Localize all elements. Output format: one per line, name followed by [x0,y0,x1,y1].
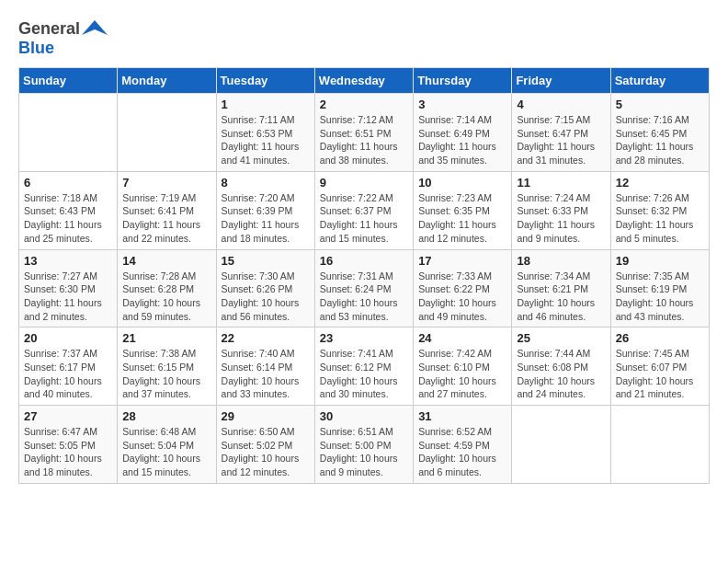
calendar-day-cell [19,94,118,172]
calendar-week-row: 20Sunrise: 7:37 AM Sunset: 6:17 PM Dayli… [19,327,710,406]
day-number: 26 [616,331,704,345]
day-info: Sunrise: 7:40 AM Sunset: 6:14 PM Dayligh… [222,347,310,401]
day-info: Sunrise: 7:22 AM Sunset: 6:37 PM Dayligh… [320,191,408,246]
day-info: Sunrise: 7:26 AM Sunset: 6:32 PM Dayligh… [616,191,704,246]
calendar-day-cell: 11Sunrise: 7:24 AM Sunset: 6:33 PM Dayli… [512,171,610,249]
page-header: General Blue [18,18,710,58]
day-number: 14 [122,254,210,268]
day-info: Sunrise: 6:47 AM Sunset: 5:05 PM Dayligh… [24,425,112,479]
day-info: Sunrise: 6:52 AM Sunset: 4:59 PM Dayligh… [418,425,506,479]
logo: General Blue [18,18,108,58]
day-info: Sunrise: 7:30 AM Sunset: 6:26 PM Dayligh… [222,270,310,324]
day-number: 17 [418,254,506,268]
day-info: Sunrise: 7:27 AM Sunset: 6:30 PM Dayligh… [24,270,112,324]
day-of-week-header: Sunday [19,68,118,94]
day-info: Sunrise: 6:50 AM Sunset: 5:02 PM Dayligh… [222,425,310,479]
calendar-day-cell: 7Sunrise: 7:19 AM Sunset: 6:41 PM Daylig… [118,171,216,249]
day-number: 20 [24,331,112,345]
day-number: 2 [320,98,408,111]
day-of-week-header: Monday [118,68,216,94]
day-info: Sunrise: 7:37 AM Sunset: 6:17 PM Dayligh… [24,347,112,401]
calendar-week-row: 1Sunrise: 7:11 AM Sunset: 6:53 PM Daylig… [19,94,710,172]
calendar-day-cell [118,94,216,172]
day-info: Sunrise: 7:19 AM Sunset: 6:41 PM Dayligh… [122,191,210,246]
day-of-week-header: Thursday [414,68,512,94]
day-info: Sunrise: 6:51 AM Sunset: 5:00 PM Dayligh… [320,425,408,479]
day-info: Sunrise: 7:44 AM Sunset: 6:08 PM Dayligh… [517,347,605,401]
day-number: 21 [122,331,210,345]
day-info: Sunrise: 7:41 AM Sunset: 6:12 PM Dayligh… [320,347,408,401]
day-number: 16 [320,254,408,268]
day-info: Sunrise: 7:28 AM Sunset: 6:28 PM Dayligh… [122,270,210,324]
calendar-day-cell: 15Sunrise: 7:30 AM Sunset: 6:26 PM Dayli… [216,249,314,327]
day-number: 9 [320,176,408,190]
calendar-day-cell: 21Sunrise: 7:38 AM Sunset: 6:15 PM Dayli… [118,327,216,406]
day-of-week-header: Wednesday [314,68,413,94]
day-number: 28 [122,409,210,423]
calendar-day-cell: 9Sunrise: 7:22 AM Sunset: 6:37 PM Daylig… [314,171,413,249]
calendar-day-cell: 8Sunrise: 7:20 AM Sunset: 6:39 PM Daylig… [216,171,314,249]
calendar-day-cell: 12Sunrise: 7:26 AM Sunset: 6:32 PM Dayli… [610,171,709,249]
calendar-day-cell: 25Sunrise: 7:44 AM Sunset: 6:08 PM Dayli… [512,327,610,406]
calendar-day-cell: 24Sunrise: 7:42 AM Sunset: 6:10 PM Dayli… [414,327,512,406]
calendar-day-cell: 6Sunrise: 7:18 AM Sunset: 6:43 PM Daylig… [19,171,118,249]
day-number: 27 [24,409,112,423]
day-info: Sunrise: 7:20 AM Sunset: 6:39 PM Dayligh… [222,191,310,246]
calendar-header-row: SundayMondayTuesdayWednesdayThursdayFrid… [19,68,710,94]
calendar-week-row: 13Sunrise: 7:27 AM Sunset: 6:30 PM Dayli… [19,249,710,327]
calendar-day-cell: 4Sunrise: 7:15 AM Sunset: 6:47 PM Daylig… [512,94,610,172]
day-info: Sunrise: 7:38 AM Sunset: 6:15 PM Dayligh… [122,347,210,401]
calendar-day-cell [512,406,610,484]
day-number: 3 [418,98,506,111]
day-number: 11 [517,176,605,190]
calendar-table: SundayMondayTuesdayWednesdayThursdayFrid… [18,67,710,484]
calendar-day-cell: 26Sunrise: 7:45 AM Sunset: 6:07 PM Dayli… [610,327,709,406]
day-number: 10 [418,176,506,190]
calendar-day-cell: 5Sunrise: 7:16 AM Sunset: 6:45 PM Daylig… [610,94,709,172]
day-info: Sunrise: 7:35 AM Sunset: 6:19 PM Dayligh… [616,270,704,324]
svg-marker-0 [82,20,108,35]
day-of-week-header: Tuesday [216,68,314,94]
day-number: 6 [24,176,112,190]
day-number: 7 [122,176,210,190]
calendar-week-row: 6Sunrise: 7:18 AM Sunset: 6:43 PM Daylig… [19,171,710,249]
day-info: Sunrise: 7:16 AM Sunset: 6:45 PM Dayligh… [616,113,704,167]
logo-blue-text: Blue [18,39,54,57]
calendar-day-cell: 16Sunrise: 7:31 AM Sunset: 6:24 PM Dayli… [314,249,413,327]
day-info: Sunrise: 7:18 AM Sunset: 6:43 PM Dayligh… [24,191,112,246]
calendar-day-cell: 31Sunrise: 6:52 AM Sunset: 4:59 PM Dayli… [414,406,512,484]
day-number: 12 [616,176,704,190]
day-info: Sunrise: 7:11 AM Sunset: 6:53 PM Dayligh… [222,113,310,167]
calendar-day-cell: 18Sunrise: 7:34 AM Sunset: 6:21 PM Dayli… [512,249,610,327]
calendar-day-cell: 29Sunrise: 6:50 AM Sunset: 5:02 PM Dayli… [216,406,314,484]
day-number: 22 [222,331,310,345]
calendar-day-cell: 13Sunrise: 7:27 AM Sunset: 6:30 PM Dayli… [19,249,118,327]
day-of-week-header: Saturday [610,68,709,94]
day-info: Sunrise: 7:15 AM Sunset: 6:47 PM Dayligh… [517,113,605,167]
day-number: 13 [24,254,112,268]
day-info: Sunrise: 7:34 AM Sunset: 6:21 PM Dayligh… [517,270,605,324]
calendar-day-cell: 17Sunrise: 7:33 AM Sunset: 6:22 PM Dayli… [414,249,512,327]
day-of-week-header: Friday [512,68,610,94]
day-info: Sunrise: 7:42 AM Sunset: 6:10 PM Dayligh… [418,347,506,401]
day-number: 30 [320,409,408,423]
logo-bird-icon [82,18,108,39]
calendar-day-cell: 23Sunrise: 7:41 AM Sunset: 6:12 PM Dayli… [314,327,413,406]
calendar-day-cell: 19Sunrise: 7:35 AM Sunset: 6:19 PM Dayli… [610,249,709,327]
calendar-week-row: 27Sunrise: 6:47 AM Sunset: 5:05 PM Dayli… [19,406,710,484]
day-info: Sunrise: 7:31 AM Sunset: 6:24 PM Dayligh… [320,270,408,324]
calendar-day-cell: 2Sunrise: 7:12 AM Sunset: 6:51 PM Daylig… [314,94,413,172]
calendar-day-cell: 3Sunrise: 7:14 AM Sunset: 6:49 PM Daylig… [414,94,512,172]
calendar-day-cell: 22Sunrise: 7:40 AM Sunset: 6:14 PM Dayli… [216,327,314,406]
calendar-day-cell: 20Sunrise: 7:37 AM Sunset: 6:17 PM Dayli… [19,327,118,406]
calendar-day-cell [610,406,709,484]
day-number: 19 [616,254,704,268]
day-number: 15 [222,254,310,268]
day-number: 18 [517,254,605,268]
day-number: 31 [418,409,506,423]
day-info: Sunrise: 7:14 AM Sunset: 6:49 PM Dayligh… [418,113,506,167]
day-number: 25 [517,331,605,345]
day-number: 1 [222,98,310,111]
day-number: 29 [222,409,310,423]
day-info: Sunrise: 7:24 AM Sunset: 6:33 PM Dayligh… [517,191,605,246]
